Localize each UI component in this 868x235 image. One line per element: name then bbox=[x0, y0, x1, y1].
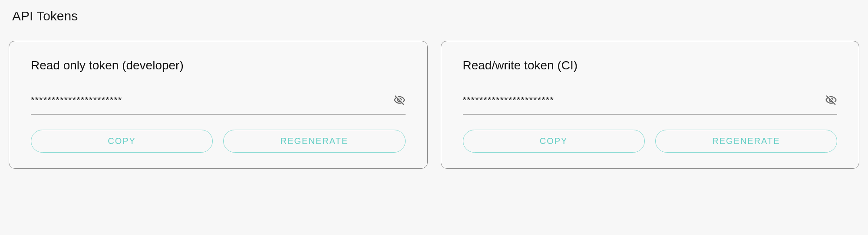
token-masked-value: ********************** bbox=[463, 95, 554, 106]
regenerate-button[interactable]: REGENERATE bbox=[655, 130, 837, 153]
token-field: ********************** bbox=[31, 94, 406, 115]
page-title: API Tokens bbox=[12, 9, 859, 23]
copy-button[interactable]: COPY bbox=[463, 130, 645, 153]
token-card-title: Read/write token (CI) bbox=[463, 59, 838, 72]
token-card-read-write: Read/write token (CI) ******************… bbox=[441, 41, 860, 169]
visibility-off-icon[interactable] bbox=[393, 94, 406, 106]
regenerate-button[interactable]: REGENERATE bbox=[223, 130, 405, 153]
token-cards-row: Read only token (developer) ************… bbox=[9, 41, 859, 169]
token-button-row: COPY REGENERATE bbox=[31, 130, 406, 153]
token-card-read-only: Read only token (developer) ************… bbox=[9, 41, 428, 169]
token-masked-value: ********************** bbox=[31, 95, 122, 106]
token-button-row: COPY REGENERATE bbox=[463, 130, 838, 153]
visibility-off-icon[interactable] bbox=[825, 94, 837, 106]
copy-button[interactable]: COPY bbox=[31, 130, 213, 153]
token-field: ********************** bbox=[463, 94, 838, 115]
token-card-title: Read only token (developer) bbox=[31, 59, 406, 72]
